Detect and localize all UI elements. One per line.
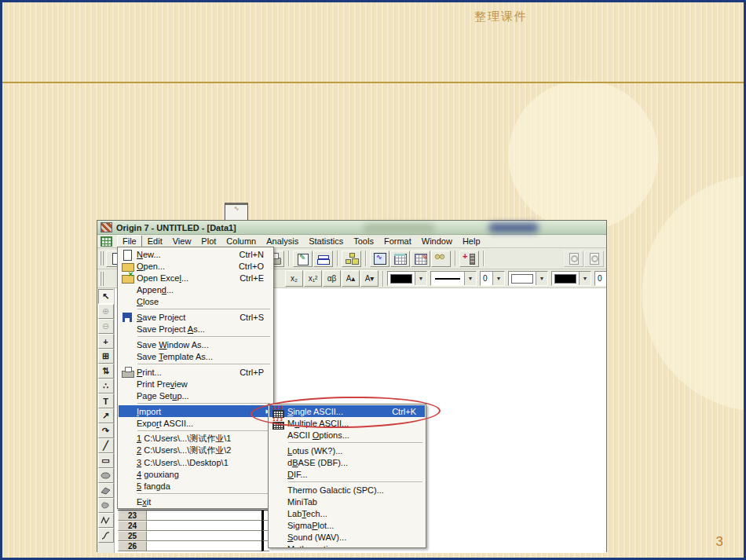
toolbar-grip[interactable] [100, 272, 104, 286]
menu-view[interactable]: View [168, 236, 196, 247]
greek-button[interactable]: αβ [323, 270, 341, 287]
chevron-down-icon[interactable]: ▼ [492, 272, 504, 285]
curved-arrow-tool[interactable]: ↷ [98, 423, 114, 438]
border-color-combo[interactable]: ▼ [551, 271, 591, 286]
menu-item-ascii-options[interactable]: ASCII Options... [269, 429, 425, 441]
row-header-26[interactable]: 26 [118, 541, 147, 551]
ellipse-tool[interactable] [98, 468, 114, 483]
menu-item-dif[interactable]: DIF... [269, 468, 425, 480]
superscript-button[interactable]: x₁² [304, 270, 322, 287]
line-width-combo[interactable]: 0▼ [480, 271, 505, 286]
line-style-combo[interactable]: ▼ [430, 271, 477, 286]
chevron-down-icon[interactable]: ▼ [464, 272, 476, 285]
menu-item-5-fangda[interactable]: 5 fangda [119, 480, 272, 492]
menu-item-close[interactable]: Close [119, 295, 272, 307]
menu-item-sound-wav[interactable]: Sound (WAV)... [269, 531, 425, 543]
menu-item-labtech[interactable]: LabTech... [269, 507, 425, 519]
menu-item-open[interactable]: Open...Ctrl+O [119, 260, 272, 272]
increase-font-button[interactable]: A▴ [342, 270, 360, 287]
menu-item-print-preview[interactable]: Print Preview [119, 378, 272, 390]
menu-item-open-excel[interactable]: Open Excel...Ctrl+E [119, 272, 272, 284]
menu-item-2-c-users-2[interactable]: 2 C:\Users\...\测试作业\2 [119, 445, 272, 456]
polyline-tool[interactable] [98, 513, 114, 528]
arrow-tool[interactable]: ↗ [98, 408, 114, 423]
rectangle-tool[interactable]: ▭ [98, 453, 114, 468]
pointer-tool[interactable]: ↖ [98, 289, 114, 304]
menu-item-import[interactable]: Import▶ [119, 405, 272, 417]
menu-item-icon-empty [271, 532, 287, 543]
title-bar[interactable]: Origin 7 - UNTITLED - [Data1] [97, 221, 606, 235]
toolbar-grip[interactable] [100, 251, 104, 265]
worksheet-cell[interactable] [147, 511, 261, 521]
menu-format[interactable]: Format [379, 236, 416, 247]
menu-item-lotus-wk[interactable]: Lotus (WK?)... [269, 445, 425, 456]
menu-item-exit[interactable]: Exit [119, 496, 272, 507]
freeform-tool[interactable] [98, 498, 114, 513]
menu-statistics[interactable]: Statistics [304, 236, 348, 247]
menu-item-page-setup[interactable]: Page Setup... [119, 390, 272, 401]
menu-item-dbase-dbf[interactable]: dBASE (DBF)... [269, 456, 425, 468]
chevron-down-icon[interactable]: ▼ [536, 272, 547, 285]
menu-item-export-ascii[interactable]: Export ASCII... [119, 417, 272, 429]
text-tool[interactable]: T [98, 393, 114, 408]
add-column-button[interactable] [459, 251, 479, 267]
menu-item-thermo-galactic-spc[interactable]: Thermo Galactic (SPC)... [269, 484, 425, 496]
menu-file[interactable]: File [117, 235, 142, 247]
worksheet-cell[interactable] [147, 531, 261, 541]
region-select-tool[interactable]: ∴ [98, 379, 114, 393]
zoom-page-1-button[interactable] [564, 251, 583, 267]
file-menu: New...Ctrl+NOpen...Ctrl+OOpen Excel...Ct… [117, 247, 274, 509]
color-combo[interactable]: ▼ [387, 271, 427, 286]
menu-item-3-c-users-desktop-1[interactable]: 3 C:\Users\...\Desktop\1 [119, 456, 272, 468]
menu-analysis[interactable]: Analysis [261, 236, 303, 247]
menu-item-label: Open Excel... [137, 273, 188, 283]
menu-window[interactable]: Window [417, 236, 457, 247]
new-graph-button[interactable] [370, 251, 389, 267]
row-header-23[interactable]: 23 [118, 511, 147, 521]
worksheet-cell[interactable] [147, 541, 261, 551]
edit-window-button[interactable] [293, 251, 313, 267]
menu-item-save-window-as[interactable]: Save Window As... [119, 339, 272, 350]
menu-item-append[interactable]: Append... [119, 284, 272, 295]
menu-item-minitab[interactable]: MiniTab [269, 496, 425, 507]
menu-item-mathematica[interactable]: Mathematica... [269, 543, 425, 548]
project-explorer-button[interactable] [342, 251, 361, 267]
dual-layout-button[interactable] [313, 251, 333, 267]
menu-item-1-c-users-1[interactable]: 1 C:\Users\...\测试作业\1 [119, 433, 272, 445]
menu-help[interactable]: Help [458, 236, 485, 247]
chevron-down-icon[interactable]: ▼ [415, 272, 426, 285]
row-header-25[interactable]: 25 [118, 531, 147, 541]
subscript-button[interactable]: x₂ [285, 270, 303, 287]
menu-item-print[interactable]: Print...Ctrl+P [119, 366, 272, 378]
zoom-page-1-icon [567, 253, 580, 265]
menu-tools[interactable]: Tools [349, 236, 378, 247]
line-tool[interactable]: ╱ [98, 438, 114, 453]
menu-item-save-template-as[interactable]: Save Template As... [119, 350, 272, 362]
data-selector-tool[interactable]: ⊞ [98, 349, 114, 364]
chevron-down-icon[interactable]: ▼ [579, 272, 591, 285]
menu-item-save-project[interactable]: Save ProjectCtrl+S [119, 311, 272, 323]
new-worksheet-button[interactable] [390, 251, 410, 267]
new-matrix-button[interactable] [411, 251, 430, 267]
data-range-tool[interactable]: ⇅ [98, 364, 114, 379]
zoom-out-tool[interactable]: ⊖ [98, 319, 114, 334]
border-width-combo[interactable]: 0▼ [594, 271, 606, 286]
decrease-font-button[interactable]: A▾ [360, 270, 378, 287]
menu-plot[interactable]: Plot [196, 236, 221, 247]
polygon-tool[interactable] [98, 483, 114, 498]
menu-edit[interactable]: Edit [143, 236, 167, 247]
worksheet-cell[interactable] [147, 521, 261, 531]
custom-routine-gears-button[interactable] [431, 251, 451, 267]
fill-color-combo[interactable]: ▼ [508, 271, 548, 286]
menu-item-4-gouxiang[interactable]: 4 gouxiang [119, 468, 272, 480]
screen-reader-tool[interactable]: + [98, 334, 114, 349]
worksheet-system-menu-icon[interactable] [101, 236, 112, 247]
menu-item-save-project-as[interactable]: Save Project As... [119, 323, 272, 335]
row-header-24[interactable]: 24 [118, 521, 147, 531]
freehand-curve-tool[interactable] [98, 528, 114, 543]
menu-item-sigmaplot[interactable]: SigmaPlot... [269, 519, 425, 531]
zoom-page-2-button[interactable] [584, 251, 604, 267]
zoom-in-tool[interactable]: ⊕ [98, 304, 114, 319]
menu-column[interactable]: Column [221, 236, 261, 247]
menu-item-new[interactable]: New...Ctrl+N [119, 248, 272, 260]
